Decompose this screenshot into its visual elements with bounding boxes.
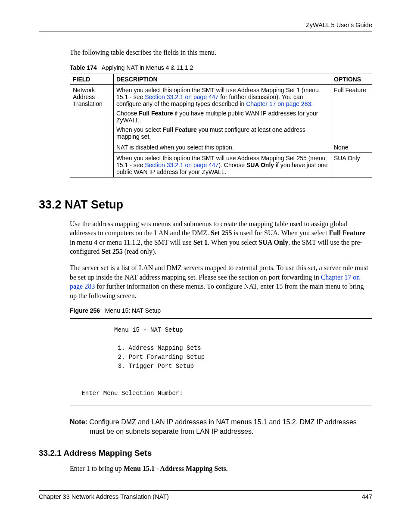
note-text: Configure DMZ and LAN IP addresses in NA… xyxy=(89,418,356,435)
figure-number: Figure 256 xyxy=(70,307,100,314)
th-field: FIELD xyxy=(70,74,114,84)
section-paragraph: The server set is a list of LAN and DMZ … xyxy=(70,263,372,300)
cell-desc: NAT is disabled when you select this opt… xyxy=(114,142,331,152)
cell-field: Network Address Translation xyxy=(70,84,114,177)
desc-paragraph: When you select Full Feature you must co… xyxy=(116,126,328,140)
table-number: Table 174 xyxy=(70,64,97,71)
xref-link[interactable]: Section 33.2.1 on page 447 xyxy=(145,93,218,100)
figure-title: Menu 15: NAT Setup xyxy=(105,307,161,314)
figure-caption: Figure 256 Menu 15: NAT Setup xyxy=(70,307,372,314)
xref-link[interactable]: Section 33.2.1 on page 447 xyxy=(145,162,218,168)
terminal-screenshot: Menu 15 - NAT Setup 1. Address Mapping S… xyxy=(70,318,372,405)
cell-option: Full Feature xyxy=(331,84,372,142)
footer-chapter: Chapter 33 Network Address Translation (… xyxy=(39,493,169,500)
cell-desc: When you select this option the SMT will… xyxy=(114,84,331,142)
footer-page-number: 447 xyxy=(362,493,372,500)
table-caption: Table 174 Applying NAT in Menus 4 & 11.1… xyxy=(70,64,372,71)
section-paragraph: Use the address mapping sets menus and s… xyxy=(70,219,372,256)
cell-option: SUA Only xyxy=(331,152,372,177)
table-row: Network Address Translation When you sel… xyxy=(70,84,372,142)
th-desc: DESCRIPTION xyxy=(114,74,331,84)
table-row: NAT is disabled when you select this opt… xyxy=(70,142,372,152)
nat-table: FIELD DESCRIPTION OPTIONS Network Addres… xyxy=(70,74,372,177)
xref-link[interactable]: Chapter 17 on page 283 xyxy=(246,100,311,107)
table-row: When you select this option the SMT will… xyxy=(70,152,372,177)
cell-option: None xyxy=(331,142,372,152)
page-footer: Chapter 33 Network Address Translation (… xyxy=(39,490,372,500)
table-title: Applying NAT in Menus 4 & 11.1.2 xyxy=(102,64,193,71)
desc-paragraph: Choose Full Feature if you have multiple… xyxy=(116,110,328,124)
subsection-heading: 33.2.1 Address Mapping Sets xyxy=(39,448,372,458)
desc-paragraph: When you select this option the SMT will… xyxy=(116,87,328,107)
intro-text: The following table describes the fields… xyxy=(70,48,372,57)
th-options: OPTIONS xyxy=(331,74,372,84)
subsection-paragraph: Enter 1 to bring up Menu 15.1 - Address … xyxy=(70,464,372,473)
note-block: Note: Configure DMZ and LAN IP addresses… xyxy=(70,417,372,436)
guide-title: ZyWALL 5 User's Guide xyxy=(306,22,372,28)
running-header: ZyWALL 5 User's Guide xyxy=(39,22,372,31)
cell-desc: When you select this option the SMT will… xyxy=(114,152,331,177)
section-heading: 33.2 NAT Setup xyxy=(39,198,372,212)
table-header-row: FIELD DESCRIPTION OPTIONS xyxy=(70,74,372,84)
note-label: Note: xyxy=(70,418,89,426)
